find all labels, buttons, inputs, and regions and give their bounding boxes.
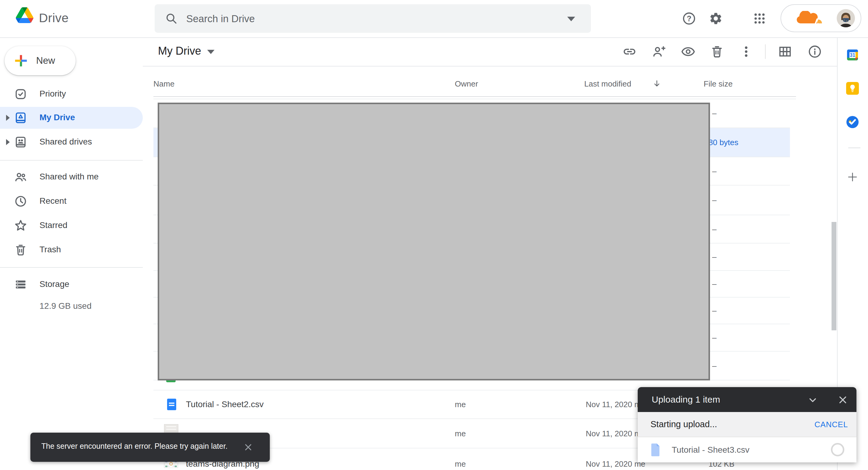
storage-icon xyxy=(14,278,27,291)
column-header-file-size[interactable]: File size xyxy=(704,79,733,89)
sidebar-divider xyxy=(0,267,143,268)
csv-file-icon xyxy=(167,398,177,410)
sidebar-item-label: Recent xyxy=(39,196,66,206)
file-modified: Nov 11, 2020 me xyxy=(586,459,645,468)
account-pill[interactable] xyxy=(780,4,861,32)
sidebar-item-label: Shared with me xyxy=(39,172,99,181)
sidebar-item-trash[interactable]: Trash xyxy=(0,239,143,261)
sidebar-divider xyxy=(0,160,143,161)
upload-panel-header: Uploading 1 item xyxy=(638,387,857,412)
calendar-icon[interactable]: 31 xyxy=(845,48,860,62)
file-name: Tutorial - Sheet2.csv xyxy=(186,400,264,409)
file-size-cell: – xyxy=(712,166,716,176)
toolbar-divider xyxy=(143,66,838,66)
upload-panel: Uploading 1 item Starting upload... CANC… xyxy=(638,387,857,462)
starred-icon xyxy=(14,219,27,232)
search-input[interactable]: Search in Drive xyxy=(155,4,591,33)
google-apps-grid-icon[interactable] xyxy=(753,12,766,25)
vertical-scrollbar[interactable] xyxy=(832,222,836,330)
upload-file-row[interactable]: Tutorial - Sheet3.csv xyxy=(638,437,857,462)
search-placeholder: Search in Drive xyxy=(186,13,255,25)
file-owner: me xyxy=(455,429,466,438)
minimize-chevron-icon[interactable] xyxy=(807,395,818,406)
sidebar-item-label: Storage xyxy=(39,279,69,289)
sidebar-item-my-drive[interactable]: My Drive xyxy=(0,107,143,129)
upload-title: Uploading 1 item xyxy=(652,394,720,405)
sidebar-item-label: Shared drives xyxy=(39,137,92,147)
sidebar-item-label: Priority xyxy=(39,89,66,99)
new-button[interactable]: New xyxy=(5,46,76,75)
cancel-upload-button[interactable]: CANCEL xyxy=(814,420,848,429)
file-modified: Nov 11, 2020 me xyxy=(586,429,645,438)
file-size-cell: 80 bytes xyxy=(709,138,738,147)
error-toast: The server encountered an error. Please … xyxy=(30,433,270,462)
grid-view-icon[interactable] xyxy=(778,45,792,59)
file-owner: me xyxy=(455,400,466,409)
delete-icon[interactable] xyxy=(710,45,724,59)
help-icon[interactable]: ? xyxy=(682,11,696,26)
app-name: Drive xyxy=(39,11,69,25)
uploading-file-icon xyxy=(650,443,661,457)
svg-text:31: 31 xyxy=(850,53,855,58)
column-header-owner[interactable]: Owner xyxy=(455,79,478,89)
grayed-out-region xyxy=(158,103,710,380)
cloudflare-logo-icon xyxy=(793,11,824,26)
column-header-last-modified[interactable]: Last modified xyxy=(584,79,631,89)
uploading-file-name: Tutorial - Sheet3.csv xyxy=(672,445,749,455)
tasks-icon[interactable] xyxy=(845,115,860,129)
shared-with-me-icon xyxy=(14,170,27,184)
google-drive-window: Drive Search in Drive ? xyxy=(0,0,868,470)
share-person-add-icon[interactable] xyxy=(652,45,666,59)
avatar xyxy=(837,9,855,27)
file-modified: Nov 11, 2020 me xyxy=(586,400,645,409)
page-title[interactable]: My Drive xyxy=(158,45,201,57)
dismiss-toast-icon[interactable] xyxy=(243,442,253,452)
file-size-cell: – xyxy=(712,333,716,342)
toolbar-separator xyxy=(765,44,766,59)
file-owner: me xyxy=(455,459,466,468)
sidebar-item-priority[interactable]: Priority xyxy=(0,83,143,105)
settings-gear-icon[interactable] xyxy=(709,11,723,26)
sidebar-item-label: Starred xyxy=(39,221,67,230)
sidebar-item-storage[interactable]: Storage xyxy=(0,274,143,295)
new-plus-icon xyxy=(14,54,28,68)
shared-drives-icon xyxy=(14,135,27,149)
header-divider xyxy=(153,96,796,97)
info-icon[interactable] xyxy=(808,45,822,59)
file-size-cell: – xyxy=(712,306,716,315)
sidebar-item-recent[interactable]: Recent xyxy=(0,190,143,212)
upload-status-text: Starting upload... xyxy=(650,419,717,429)
sidebar-item-shared-with-me[interactable]: Shared with me xyxy=(0,166,143,188)
file-size-cell: – xyxy=(712,196,716,205)
topbar-divider xyxy=(0,37,868,38)
search-options-chevron-icon[interactable] xyxy=(567,17,575,21)
hidden-sheet-icon xyxy=(166,380,176,382)
sort-descending-icon[interactable] xyxy=(652,79,662,89)
new-button-label: New xyxy=(36,55,55,66)
sidebar-item-label: My Drive xyxy=(39,113,75,122)
my-drive-dropdown-icon[interactable] xyxy=(207,50,215,54)
my-drive-icon xyxy=(14,111,27,125)
trash-icon xyxy=(14,243,27,257)
file-size-cell: – xyxy=(712,279,716,289)
sidebar-item-label: Trash xyxy=(39,245,61,255)
keep-icon[interactable] xyxy=(845,81,860,96)
svg-text:?: ? xyxy=(687,14,691,23)
file-size-cell: – xyxy=(712,224,716,234)
more-actions-icon[interactable] xyxy=(739,45,753,59)
add-addon-plus-icon[interactable] xyxy=(846,171,859,183)
column-header-name[interactable]: Name xyxy=(153,79,175,89)
get-link-icon[interactable] xyxy=(622,45,637,59)
preview-eye-icon[interactable] xyxy=(681,45,695,59)
search-icon xyxy=(165,12,178,25)
topbar: Drive Search in Drive ? xyxy=(0,0,868,37)
storage-used-label: 12.9 GB used xyxy=(39,301,91,311)
sidebar-item-starred[interactable]: Starred xyxy=(0,215,143,237)
file-size-cell: – xyxy=(712,361,716,370)
close-upload-icon[interactable] xyxy=(837,394,848,406)
image-file-thumbnail xyxy=(164,424,178,433)
drive-logo-icon[interactable] xyxy=(16,7,33,23)
file-size-cell: – xyxy=(712,252,716,262)
sidebar-item-shared-drives[interactable]: Shared drives xyxy=(0,131,143,153)
side-panel-separator xyxy=(848,147,860,148)
